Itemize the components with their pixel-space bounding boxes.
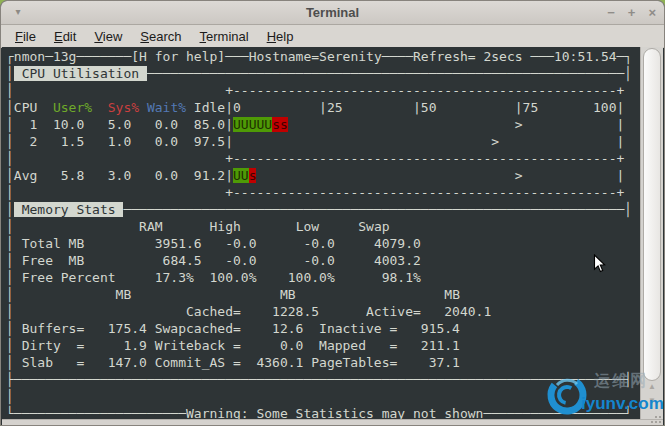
terminal-screen[interactable]: ┌nmon─13g───────[H for help]───Hostname=… xyxy=(2,47,640,420)
terminal-line: │ Slab = 147.0 Commit_AS = 4360.1 PageTa… xyxy=(6,354,640,371)
scroll-down-icon[interactable]: ▼ xyxy=(641,396,663,406)
terminal-line: │ RAM High Low Swap xyxy=(6,218,640,235)
terminal-line: │Avg 5.8 3.0 0.0 91.2|UUs > | xyxy=(6,167,640,184)
terminal-line: │ 2 1.5 1.0 0.0 97.5| > | xyxy=(6,133,640,150)
menu-item-search[interactable]: Search xyxy=(131,27,190,46)
terminal-line: │ CPU Utilisation ──────────────────────… xyxy=(6,65,640,82)
terminal-area: ┌nmon─13g───────[H for help]───Hostname=… xyxy=(2,47,663,420)
terminal-line: │ MB MB MB xyxy=(6,286,640,303)
resize-grip[interactable] xyxy=(649,412,663,425)
minimize-button[interactable]: − xyxy=(607,1,615,24)
menu-item-view[interactable]: View xyxy=(85,27,131,46)
terminal-line: │ +-------------------------------------… xyxy=(6,150,640,167)
terminal-line: ┌nmon─13g───────[H for help]───Hostname=… xyxy=(6,48,640,65)
terminal-line: └──────────────────────Warning: Some Sta… xyxy=(6,405,640,420)
window-bottom-edge xyxy=(2,419,663,425)
terminal-line: │ +-------------------------------------… xyxy=(6,184,640,201)
menu-bar: FileEditViewSearchTerminalHelp xyxy=(1,25,664,48)
maximize-button[interactable]: + xyxy=(628,1,636,24)
menu-item-file[interactable]: File xyxy=(6,27,45,46)
terminal-line: │ +-------------------------------------… xyxy=(6,82,640,99)
scroll-up-icon[interactable]: ▲ xyxy=(641,382,663,392)
terminal-line: │ xyxy=(6,388,640,405)
terminal-line: │ Cached= 1228.5 Active= 2040.1 xyxy=(6,303,640,320)
window-menu-icon[interactable]: ▾ xyxy=(10,5,26,19)
scrollbar-thumb[interactable] xyxy=(643,48,661,381)
menu-item-help[interactable]: Help xyxy=(258,27,303,46)
terminal-line: │ 1 10.0 5.0 0.0 85.0|UUUUUss > | xyxy=(6,116,640,133)
terminal-line: │CPU User% Sys% Wait% Idle|0 |25 |50 |75… xyxy=(6,99,640,116)
window-title: Terminal xyxy=(306,5,359,20)
title-bar[interactable]: ▾ Terminal − + × xyxy=(1,1,664,25)
window-controls: − + × xyxy=(607,1,656,24)
terminal-line: │ Free MB 684.5 -0.0 -0.0 4003.2 xyxy=(6,252,640,269)
menu-item-edit[interactable]: Edit xyxy=(45,27,85,46)
terminal-line: │ Memory Stats ─────────────────────────… xyxy=(6,201,640,218)
close-button[interactable]: × xyxy=(648,1,656,24)
terminal-line: ├───────────────────────────────────────… xyxy=(6,371,640,388)
terminal-line: │ Buffers= 175.4 Swapcached= 12.6 Inacti… xyxy=(6,320,640,337)
terminal-line: │ Free Percent 17.3% 100.0% 100.0% 98.1% xyxy=(6,269,640,286)
terminal-line: │ Dirty = 1.9 Writeback = 0.0 Mapped = 2… xyxy=(6,337,640,354)
scrollbar-track[interactable]: ▲ ▼ xyxy=(640,47,663,420)
terminal-window: ▾ Terminal − + × FileEditViewSearchTermi… xyxy=(0,0,665,426)
terminal-line: │ Total MB 3951.6 -0.0 -0.0 4079.0 xyxy=(6,235,640,252)
menu-item-terminal[interactable]: Terminal xyxy=(191,27,258,46)
